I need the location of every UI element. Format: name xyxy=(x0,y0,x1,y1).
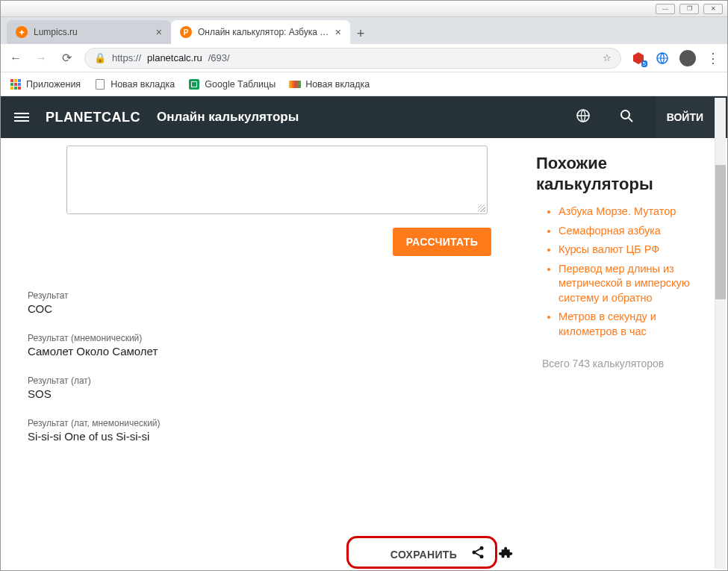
site-brand[interactable]: PLANETCALC xyxy=(46,110,140,125)
profile-avatar[interactable] xyxy=(679,50,696,66)
tab-planetcalc[interactable]: P Онлайн калькулятор: Азбука М… × xyxy=(171,20,350,44)
bookmark-label: Новая вкладка xyxy=(305,79,370,90)
forward-button[interactable]: → xyxy=(34,52,49,65)
login-button[interactable]: ВОЙТИ xyxy=(656,96,714,138)
result-value: СОС xyxy=(28,302,506,315)
share-icon[interactable] xyxy=(470,545,485,564)
bookmark-label: Приложения xyxy=(26,79,81,90)
scrollbar-thumb[interactable] xyxy=(715,165,726,299)
new-tab-button[interactable]: + xyxy=(350,23,371,44)
result-label: Результат (лат) xyxy=(28,375,506,386)
site-header: PLANETCALC Онлайн калькуляторы ВОЙТИ xyxy=(1,96,727,138)
main-column: РАССЧИТАТЬ Результат СОС Результат (мнем… xyxy=(1,138,533,571)
result-value: SOS xyxy=(28,387,506,400)
svg-line-4 xyxy=(629,118,632,122)
sidebar-total: Всего 743 калькуляторов xyxy=(536,356,714,372)
related-link[interactable]: Азбука Морзе. Мутатор xyxy=(559,205,714,219)
related-link[interactable]: Перевод мер длины из метрической в импер… xyxy=(559,262,714,306)
back-button[interactable]: ← xyxy=(8,52,23,65)
extension-badge: 5 xyxy=(641,60,647,67)
result-value: Si-si-si One of us Si-si-si xyxy=(28,430,506,443)
address-input[interactable]: 🔒 https://planetcalc.ru/693/ ☆ xyxy=(84,48,621,69)
related-link[interactable]: Семафорная азбука xyxy=(559,224,714,239)
save-share-row: СОХРАНИТЬ xyxy=(391,544,515,564)
puzzle-piece-icon[interactable] xyxy=(499,544,515,564)
window-maximize-button[interactable]: ❐ xyxy=(679,4,699,14)
site-subtitle: Онлайн калькуляторы xyxy=(157,110,299,125)
svg-line-8 xyxy=(476,549,480,551)
close-tab-icon[interactable]: × xyxy=(156,26,162,38)
result-label: Результат (мнемонический) xyxy=(28,333,506,343)
svg-point-3 xyxy=(621,110,629,119)
url-host: planetcalc.ru xyxy=(147,52,202,63)
result-label: Результат (лат, мнемонический) xyxy=(28,418,506,428)
window-minimize-button[interactable]: — xyxy=(656,4,675,14)
language-icon[interactable] xyxy=(570,108,597,127)
browser-tab-strip: ✦ Lumpics.ru × P Онлайн калькулятор: Азб… xyxy=(1,17,727,44)
search-icon[interactable] xyxy=(613,108,640,127)
hamburger-menu-icon[interactable] xyxy=(14,113,29,122)
svg-point-6 xyxy=(473,551,476,555)
sidebar-heading: Похожие калькуляторы xyxy=(536,153,714,194)
url-path: /693/ xyxy=(208,52,230,63)
orange-circle-icon: ✦ xyxy=(16,26,28,38)
close-tab-icon[interactable]: × xyxy=(335,26,341,38)
bookmark-label: Google Таблицы xyxy=(205,79,276,90)
adblock-extension-icon[interactable]: 5 xyxy=(632,52,645,65)
bookmarks-bar: Приложения Новая вкладка Google Таблицы … xyxy=(1,72,727,96)
save-button[interactable]: СОХРАНИТЬ xyxy=(391,549,457,561)
result-label: Результат xyxy=(28,290,506,301)
bookmark-star-icon[interactable]: ☆ xyxy=(603,52,612,63)
svg-line-9 xyxy=(476,553,480,555)
globe-extension-icon[interactable] xyxy=(656,52,669,65)
bookmark-label: Новая вкладка xyxy=(111,79,175,90)
bookmark-newtab-1[interactable]: Новая вкладка xyxy=(94,78,175,90)
tab-lumpics[interactable]: ✦ Lumpics.ru × xyxy=(7,20,171,44)
calculator-textarea[interactable] xyxy=(66,146,488,214)
calculate-button[interactable]: РАССЧИТАТЬ xyxy=(393,228,491,256)
related-link[interactable]: Метров в секунду и километров в час xyxy=(559,310,714,339)
address-bar-row: ← → ⟳ 🔒 https://planetcalc.ru/693/ ☆ 5 ⋮ xyxy=(1,44,727,72)
tab-title: Онлайн калькулятор: Азбука М… xyxy=(198,27,329,37)
tab-title: Lumpics.ru xyxy=(34,27,150,37)
result-value: Самолет Около Самолет xyxy=(28,345,506,358)
reload-button[interactable]: ⟳ xyxy=(59,51,74,65)
lock-icon: 🔒 xyxy=(94,52,106,63)
browser-menu-button[interactable]: ⋮ xyxy=(706,50,720,66)
page-scrollbar[interactable] xyxy=(715,98,726,569)
related-link[interactable]: Курсы валют ЦБ РФ xyxy=(559,243,714,258)
url-scheme: https:// xyxy=(112,52,141,63)
sidebar: Похожие калькуляторы Азбука Морзе. Мутат… xyxy=(533,138,727,571)
planetcalc-icon: P xyxy=(180,26,192,38)
window-close-button[interactable]: ✕ xyxy=(703,4,723,14)
svg-point-7 xyxy=(480,555,484,558)
window-titlebar: — ❐ ✕ xyxy=(1,1,727,17)
bookmark-google-sheets[interactable]: Google Таблицы xyxy=(188,78,276,90)
apps-shortcut[interactable]: Приложения xyxy=(10,78,81,90)
svg-point-5 xyxy=(480,546,484,550)
bookmark-newtab-2[interactable]: Новая вкладка xyxy=(289,79,370,90)
page-content: РАССЧИТАТЬ Результат СОС Результат (мнем… xyxy=(1,138,727,571)
